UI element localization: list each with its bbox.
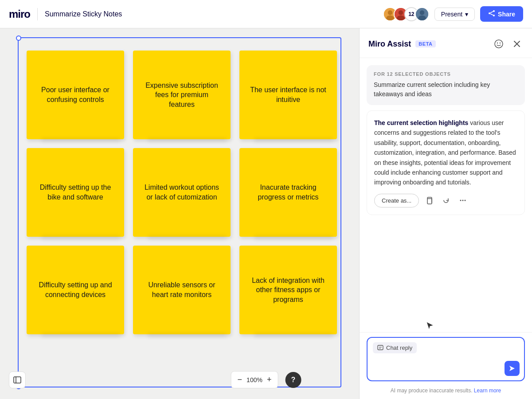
- svg-point-5: [397, 15, 405, 20]
- sticky-note-7[interactable]: Difficulty setting up and connecting dev…: [27, 246, 124, 334]
- header-left: miro Summarize Sticky Notes: [9, 8, 122, 20]
- sticky-note-2[interactable]: Expensive subscription fees for premium …: [133, 51, 231, 139]
- response-body: various user concerns and suggestions re…: [374, 119, 516, 186]
- zoom-level: 100%: [246, 376, 262, 383]
- prompt-label: FOR 12 SELECTED OBJECTS: [374, 71, 518, 77]
- avatar-3: [415, 7, 429, 21]
- svg-line-12: [490, 12, 493, 13]
- more-options-button[interactable]: [456, 194, 469, 207]
- chat-input-box[interactable]: Chat reply: [367, 337, 525, 381]
- share-icon: [488, 10, 495, 18]
- svg-rect-25: [378, 345, 383, 350]
- present-button[interactable]: Present ▾: [434, 8, 475, 21]
- svg-point-2: [386, 15, 394, 20]
- chat-reply-tag[interactable]: Chat reply: [373, 342, 417, 353]
- assist-body: FOR 12 SELECTED OBJECTS Summarize curren…: [360, 58, 532, 332]
- create-as-button[interactable]: Create as...: [374, 194, 419, 207]
- assist-header-right: [492, 37, 523, 51]
- sticky-note-8[interactable]: Unreliable sensors or heart rate monitor…: [133, 246, 231, 334]
- svg-point-23: [462, 200, 464, 201]
- emoji-button[interactable]: [492, 37, 505, 51]
- prompt-card: FOR 12 SELECTED OBJECTS Summarize curren…: [367, 65, 525, 105]
- footer-text: AI may produce inaccurate results.: [391, 387, 474, 394]
- svg-point-11: [493, 15, 495, 16]
- svg-rect-21: [427, 199, 432, 204]
- chat-reply-label: Chat reply: [386, 344, 412, 351]
- assist-footer: AI may produce inaccurate results. Learn…: [360, 384, 532, 399]
- sticky-note-6[interactable]: Inacurate tracking progress or metrics: [239, 148, 337, 237]
- zoom-control: − 100% +: [231, 371, 278, 388]
- svg-point-8: [418, 15, 426, 20]
- footer-link[interactable]: Learn more: [474, 387, 501, 394]
- zoom-in-button[interactable]: +: [267, 375, 272, 384]
- handle-top-left[interactable]: [16, 35, 21, 41]
- beta-badge: BETA: [415, 40, 435, 47]
- send-button[interactable]: [505, 361, 520, 376]
- response-bold: The current selection highlights: [374, 119, 468, 126]
- sticky-note-5[interactable]: Limited workout options or lack of cutom…: [133, 148, 231, 237]
- svg-point-17: [497, 43, 498, 43]
- app-header: miro Summarize Sticky Notes 12 Present ▾…: [0, 0, 532, 28]
- svg-point-18: [500, 43, 501, 43]
- prompt-text: Summarize current selection including ke…: [374, 80, 518, 99]
- response-actions: Create as...: [374, 194, 517, 207]
- response-card: The current selection highlights various…: [367, 110, 525, 215]
- miro-logo: miro: [9, 8, 30, 20]
- svg-point-4: [399, 10, 403, 15]
- sticky-note-9[interactable]: Lack of integration with other fitness a…: [239, 246, 337, 334]
- svg-rect-14: [14, 377, 21, 383]
- sticky-notes-grid: Poor user interface or confusing control…: [27, 51, 337, 334]
- svg-point-7: [420, 10, 425, 15]
- board-title: Summarize Sticky Notes: [45, 10, 122, 18]
- svg-line-13: [490, 14, 493, 15]
- assist-header: Miro Assist BETA: [360, 28, 532, 58]
- present-label: Present: [441, 11, 462, 18]
- bottom-toolbar: − 100% + ?: [231, 371, 301, 388]
- header-right: 12 Present ▾ Share: [383, 6, 523, 22]
- close-button[interactable]: [511, 38, 523, 50]
- svg-point-24: [465, 200, 466, 201]
- sidebar-toggle[interactable]: [9, 372, 26, 388]
- sticky-note-1[interactable]: Poor user interface or confusing control…: [27, 51, 124, 139]
- chevron-down-icon: ▾: [465, 11, 468, 18]
- sticky-note-3[interactable]: The user interface is not intuitive: [239, 51, 337, 139]
- sticky-note-4[interactable]: Difficulty setting up the bike and softw…: [27, 148, 124, 237]
- response-text: The current selection highlights various…: [374, 118, 517, 188]
- svg-point-9: [493, 10, 495, 12]
- zoom-out-button[interactable]: −: [238, 375, 243, 384]
- svg-point-16: [495, 40, 503, 48]
- header-divider: [37, 8, 38, 20]
- help-button[interactable]: ?: [285, 372, 301, 388]
- share-button[interactable]: Share: [480, 6, 523, 22]
- assist-title: Miro Assist: [368, 39, 411, 49]
- refresh-button[interactable]: [439, 194, 453, 207]
- svg-point-10: [489, 12, 490, 14]
- svg-point-1: [388, 10, 393, 15]
- assist-panel: Miro Assist BETA FOR 12 SE: [359, 28, 532, 399]
- share-label: Share: [498, 11, 515, 18]
- svg-point-22: [460, 200, 462, 201]
- chat-input-area: Chat reply: [360, 332, 532, 384]
- copy-button[interactable]: [422, 194, 436, 207]
- assist-header-left: Miro Assist BETA: [368, 39, 436, 49]
- avatars-group: 12: [383, 7, 429, 21]
